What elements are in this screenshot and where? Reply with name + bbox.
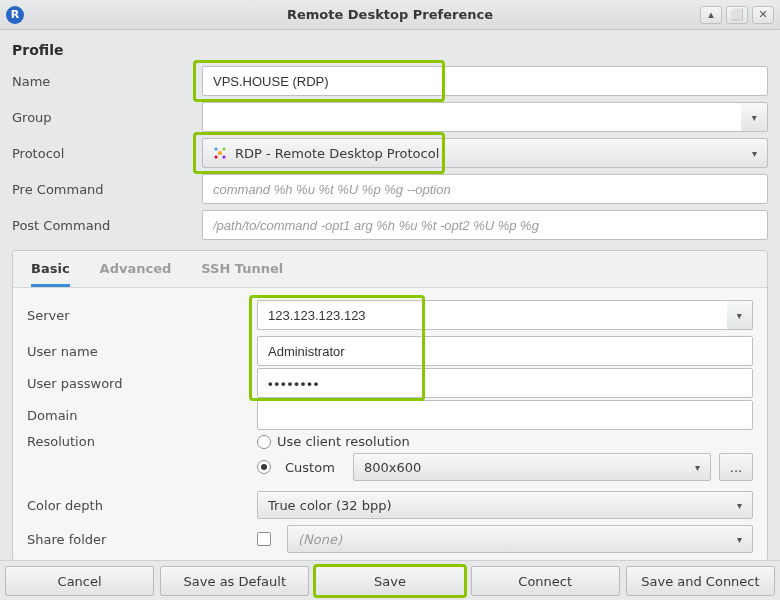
- postcmd-input[interactable]: [202, 210, 768, 240]
- radio-custom-resolution-label: Custom: [285, 460, 345, 475]
- resolution-combobox[interactable]: 800x600 ▾: [353, 453, 711, 481]
- row-sharefolder: Share folder (None) ▾: [27, 524, 753, 554]
- password-label: User password: [27, 376, 257, 391]
- save-connect-button[interactable]: Save and Connect: [626, 566, 775, 596]
- tab-advanced[interactable]: Advanced: [100, 261, 172, 287]
- name-label: Name: [12, 74, 202, 89]
- protocol-label: Protocol: [12, 146, 202, 161]
- row-domain: Domain: [27, 400, 753, 430]
- protocol-value: RDP - Remote Desktop Protocol: [235, 146, 439, 161]
- button-bar: Cancel Save as Default Save Connect Save…: [0, 560, 780, 600]
- resolution-more-button[interactable]: ...: [719, 453, 753, 481]
- postcmd-label: Post Command: [12, 218, 202, 233]
- group-input[interactable]: [202, 102, 741, 132]
- svg-point-2: [223, 148, 226, 151]
- row-name: Name: [12, 66, 768, 96]
- window-minimize-button[interactable]: ▴: [700, 6, 722, 24]
- resolution-label: Resolution: [27, 434, 257, 449]
- sharefolder-checkbox[interactable]: [257, 532, 271, 546]
- protocol-combobox[interactable]: RDP - Remote Desktop Protocol ▾: [202, 138, 768, 168]
- chevron-down-icon: ▾: [695, 462, 700, 473]
- sharefolder-combobox[interactable]: (None) ▾: [287, 525, 753, 553]
- username-label: User name: [27, 344, 257, 359]
- server-label: Server: [27, 308, 257, 323]
- radio-custom-resolution[interactable]: [257, 460, 271, 474]
- svg-point-3: [215, 156, 218, 159]
- row-server: Server ▾: [27, 300, 753, 330]
- window-close-button[interactable]: ✕: [752, 6, 774, 24]
- colordepth-combobox[interactable]: True color (32 bpp) ▾: [257, 491, 753, 519]
- sharefolder-value: (None): [298, 532, 342, 547]
- server-input[interactable]: [257, 300, 727, 330]
- chevron-down-icon: ▾: [752, 148, 757, 159]
- row-group: Group ▾: [12, 102, 768, 132]
- domain-label: Domain: [27, 408, 257, 423]
- rdp-icon: [213, 146, 227, 160]
- app-icon: R: [6, 6, 24, 24]
- window-maximize-button[interactable]: ⬜: [726, 6, 748, 24]
- group-dropdown-button[interactable]: ▾: [741, 102, 768, 132]
- svg-point-0: [218, 151, 222, 155]
- sharefolder-label: Share folder: [27, 532, 257, 547]
- tab-ssh-tunnel[interactable]: SSH Tunnel: [201, 261, 283, 287]
- chevron-down-icon: ▾: [737, 534, 742, 545]
- row-password: User password: [27, 368, 753, 398]
- password-input[interactable]: [257, 368, 753, 398]
- colordepth-value: True color (32 bpp): [268, 498, 391, 513]
- name-input[interactable]: [202, 66, 768, 96]
- username-input[interactable]: [257, 336, 753, 366]
- chevron-down-icon: ▾: [737, 500, 742, 511]
- precmd-label: Pre Command: [12, 182, 202, 197]
- svg-point-1: [215, 148, 218, 151]
- row-precmd: Pre Command: [12, 174, 768, 204]
- row-protocol: Protocol RDP - Remote Desktop Protocol ▾: [12, 138, 768, 168]
- group-label: Group: [12, 110, 202, 125]
- row-colordepth: Color depth True color (32 bpp) ▾: [27, 490, 753, 520]
- domain-input[interactable]: [257, 400, 753, 430]
- precmd-input[interactable]: [202, 174, 768, 204]
- resolution-value: 800x600: [364, 460, 421, 475]
- tab-bar: Basic Advanced SSH Tunnel: [13, 251, 767, 288]
- row-resolution: Resolution Use client resolution Custom …: [27, 434, 753, 484]
- profile-section-title: Profile: [12, 42, 768, 58]
- radio-client-resolution-label: Use client resolution: [277, 434, 410, 449]
- save-button[interactable]: Save: [315, 566, 464, 596]
- window-title: Remote Desktop Preference: [0, 7, 780, 22]
- row-postcmd: Post Command: [12, 210, 768, 240]
- save-default-button[interactable]: Save as Default: [160, 566, 309, 596]
- colordepth-label: Color depth: [27, 498, 257, 513]
- row-username: User name: [27, 336, 753, 366]
- tab-basic[interactable]: Basic: [31, 261, 70, 287]
- cancel-button[interactable]: Cancel: [5, 566, 154, 596]
- radio-client-resolution[interactable]: [257, 435, 271, 449]
- server-dropdown-button[interactable]: ▾: [727, 300, 754, 330]
- tab-panel: Basic Advanced SSH Tunnel Server ▾ User …: [12, 250, 768, 560]
- svg-point-4: [223, 156, 226, 159]
- titlebar: R Remote Desktop Preference ▴ ⬜ ✕: [0, 0, 780, 30]
- connect-button[interactable]: Connect: [471, 566, 620, 596]
